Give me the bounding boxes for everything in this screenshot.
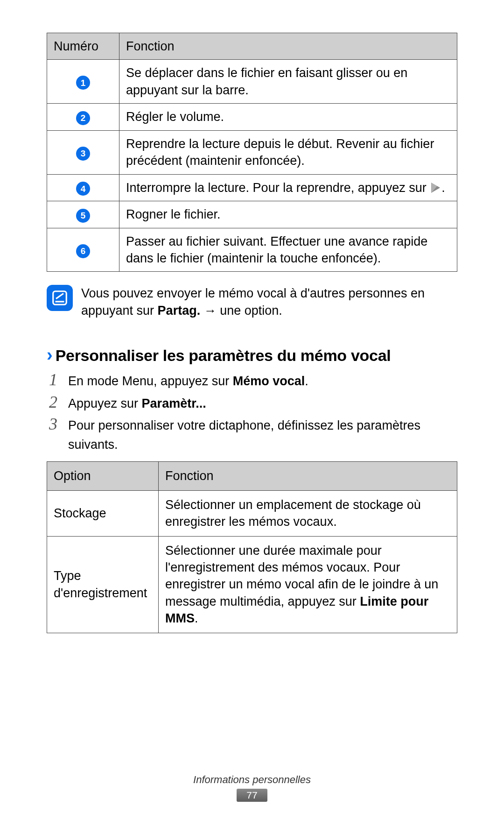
section-heading: › Personnaliser les paramètres du mémo v… [47,346,457,365]
list-item: 3 Pour personnaliser votre dictaphone, d… [47,414,457,454]
step-text: Appuyez sur Paramètr... [68,394,206,413]
badge-icon: 5 [76,209,90,223]
bold-text: Mémo vocal [233,374,305,388]
badge-icon: 1 [76,76,90,90]
function-cell: Se déplacer dans le fichier en faisant g… [119,60,457,104]
options-table: Option Fonction Stockage Sélectionner un… [47,461,457,633]
arrow-icon: → [200,304,220,318]
badge-icon: 2 [76,111,90,125]
step-text: Pour personnaliser votre dictaphone, déf… [68,416,457,454]
bold-text: Paramètr... [142,396,206,410]
function-cell: Reprendre la lecture depuis le début. Re… [119,130,457,174]
th-function: Fonction [159,462,457,490]
table-row: 2 Régler le volume. [47,104,457,130]
badge-icon: 3 [76,147,90,161]
manual-page: Numéro Fonction 1 Se déplacer dans le fi… [0,0,504,827]
list-item: 2 Appuyez sur Paramètr... [47,392,457,413]
th-function: Fonction [119,33,457,60]
table-row: 6 Passer au fichier suivant. Effectuer u… [47,228,457,272]
th-number: Numéro [47,33,119,60]
text-run: Interrompre la lecture. Pour la reprendr… [126,181,430,195]
function-cell: Interrompre la lecture. Pour la reprendr… [119,174,457,201]
table-row: Stockage Sélectionner un emplacement de … [47,490,457,536]
table-row: 3 Reprendre la lecture depuis le début. … [47,130,457,174]
text-run: . [195,611,198,625]
function-cell: Rogner le fichier. [119,201,457,228]
page-number-badge: 77 [237,789,267,802]
table-row: 1 Se déplacer dans le fichier en faisant… [47,60,457,104]
function-cell: Sélectionner un emplacement de stockage … [159,490,457,536]
section-label: Informations personnelles [0,774,504,786]
note-block: Vous pouvez envoyer le mémo vocal à d'au… [47,285,457,319]
chevron-right-icon: › [47,346,53,364]
badge-icon: 4 [76,182,90,196]
step-text: En mode Menu, appuyez sur Mémo vocal. [68,372,308,391]
list-item: 1 En mode Menu, appuyez sur Mémo vocal. [47,369,457,391]
text-run: En mode Menu, appuyez sur [68,374,233,388]
function-cell: Passer au fichier suivant. Effectuer une… [119,228,457,272]
table-row: Type d'enregistrement Sélectionner une d… [47,536,457,633]
bold-text: Partag. [158,304,201,318]
svg-rect-0 [53,291,67,305]
function-cell: Sélectionner une durée maximale pour l'e… [159,536,457,633]
text-run: . [305,374,308,388]
th-option: Option [47,462,159,490]
text-run: Appuyez sur [68,396,142,410]
heading-text: Personnaliser les paramètres du mémo voc… [56,346,391,365]
play-icon [431,183,440,193]
step-number-icon: 2 [47,392,60,410]
table-row: 5 Rogner le fichier. [47,201,457,228]
badge-icon: 6 [76,244,90,258]
text-run: une option. [220,304,282,318]
note-icon [47,285,73,311]
note-text: Vous pouvez envoyer le mémo vocal à d'au… [81,285,457,319]
step-number-icon: 1 [47,369,60,388]
table-row: 4 Interrompre la lecture. Pour la repren… [47,174,457,201]
option-cell: Stockage [47,490,159,536]
page-footer: Informations personnelles 77 [0,774,504,802]
text-run: . [441,181,445,195]
function-cell: Régler le volume. [119,104,457,130]
steps-list: 1 En mode Menu, appuyez sur Mémo vocal. … [47,369,457,454]
controls-table: Numéro Fonction 1 Se déplacer dans le fi… [47,33,457,272]
option-cell: Type d'enregistrement [47,536,159,633]
step-number-icon: 3 [47,414,60,432]
